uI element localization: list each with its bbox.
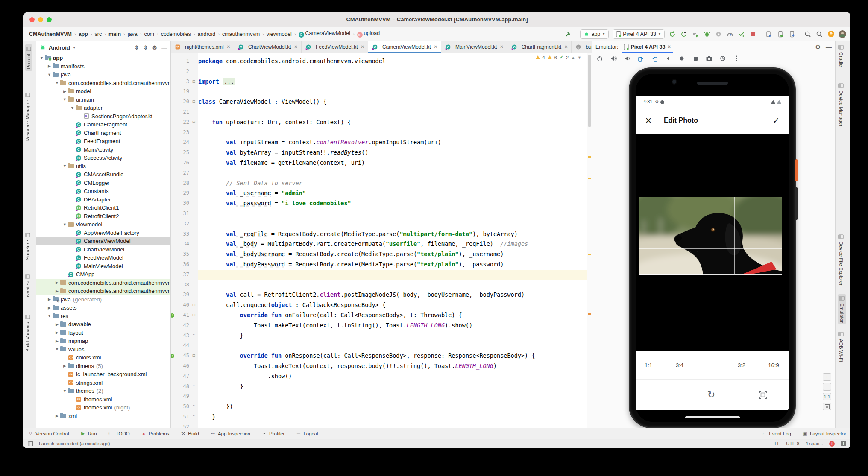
breadcrumb-item-android[interactable]: android [196,31,217,38]
tree-item-themes-xml[interactable]: <>themes.xml(night) [36,403,170,412]
collapse-all-icon[interactable]: ⇳ [143,44,148,51]
settings-gear-icon[interactable]: ⚙ [152,44,157,51]
tree-item-themes-xml[interactable]: <>themes.xml [36,395,170,404]
fit-to-window-button[interactable] [823,403,831,410]
chevron-collapsed-icon[interactable]: ▶ [54,330,60,335]
tree-item-successactivity[interactable]: CSuccessActivity [36,154,170,162]
close-tab-icon[interactable]: ✕ [294,44,298,49]
prev-problem-icon[interactable]: ▲ [571,55,575,60]
toolwindow-logcat[interactable]: ☰Logcat [296,431,318,436]
tree-item-cmapp[interactable]: CCMApp [36,270,170,279]
tree-item-chartfragment[interactable]: CChartFragment [36,129,170,137]
chevron-collapsed-icon[interactable]: ▶ [54,280,60,285]
profiler-icon[interactable] [726,30,734,38]
tree-item-sectionspageradapter-kt[interactable]: SectionsPagerAdapter.kt [36,112,170,121]
tree-item-assets[interactable]: ▶assets [36,304,170,312]
rotate-icon[interactable]: ↻ [707,389,715,400]
fold-collapse-icon[interactable]: ⊟ [191,117,196,128]
notifications-icon[interactable]: ! [829,441,835,447]
fold-end-icon[interactable]: ⌃ [191,382,196,392]
stripe-item-emulator[interactable]: Emulator [838,294,846,324]
editor-scrollbar[interactable] [587,53,592,428]
tree-item-strings-xml[interactable]: <>strings.xml [36,379,170,387]
coverage-icon[interactable] [738,30,745,38]
stop-icon[interactable] [749,30,757,38]
dog-photo[interactable] [639,197,782,275]
scrollbar-thumb[interactable] [588,55,591,127]
tree-item-com-codemobiles-android-cmauthenmvvm[interactable]: ▼com.codemobiles.android.cmauthenmvvm [36,79,170,88]
profile-icon[interactable] [715,30,722,38]
indent-indicator[interactable]: 4 spac... [805,441,823,446]
breadcrumb-item-upload[interactable]: mupload [356,30,381,38]
overview-icon[interactable] [692,55,699,62]
power-icon[interactable] [596,55,603,62]
chevron-collapsed-icon[interactable]: ▶ [54,414,60,418]
fold-collapse-icon[interactable]: ⊟ [191,97,196,107]
stripe-item-structure[interactable]: Structure [25,232,31,260]
warning-stripe-mark[interactable] [588,156,591,158]
tree-item-java[interactable]: ▶java(generated) [36,295,170,304]
tree-item-layout[interactable]: ▶layout [36,329,170,337]
run-configuration-select[interactable]: app▼ [580,29,609,39]
chevron-expanded-icon[interactable]: ▼ [62,389,67,393]
breadcrumb-item-viewmodel[interactable]: viewmodel [265,31,293,38]
toolwindow-profiler[interactable]: ◔Profiler [261,431,284,436]
toolwindow-todo[interactable]: ≔TODO [108,431,130,436]
update-icon[interactable] [827,30,835,38]
search-icon[interactable] [815,30,823,38]
phone-screen[interactable]: 4:31 ⚙ ✕ Edit Photo ✓ [636,74,789,422]
fold-collapse-icon[interactable]: ⊟ [191,300,196,310]
fold-collapse-icon[interactable]: ⊟ [191,310,196,321]
tab-night-themes-xml[interactable]: <>night/themes.xml✕ [171,41,234,53]
tree-item-constants[interactable]: CConstants [36,187,170,196]
expand-all-icon[interactable]: ⇕ [135,44,139,51]
tree-item-appviewmodelfactory[interactable]: CAppViewModelFactory [36,229,170,237]
breadcrumb-item-cmauthenmvvm[interactable]: CMAuthenMVVM [28,31,73,38]
tree-item-mainactivity[interactable]: CMainActivity [36,146,170,154]
tree-item-chartviewmodel[interactable]: CChartViewModel [36,245,170,254]
chevron-expanded-icon[interactable]: ▼ [54,347,60,351]
tree-item-cmlogger[interactable]: CCMLogger [36,179,170,187]
override-method-icon[interactable]: ↑ [171,351,175,361]
fold-end-icon[interactable]: ⌃ [191,331,196,341]
toolwindow-event-log[interactable]: ◌Event Log [761,431,791,436]
project-view-selector[interactable]: Android [49,44,70,51]
search-icon[interactable] [804,30,812,38]
toolwindow-app-inspection[interactable]: ☷App Inspection [210,431,250,436]
adb-wifi-icon[interactable] [788,30,796,38]
warning-stripe-mark[interactable] [588,254,591,255]
chevron-expanded-icon[interactable]: ▼ [39,56,44,60]
tree-item-ui-main[interactable]: ▼ui.main [36,96,170,104]
tree-item-utils[interactable]: ▼utils [36,162,170,171]
tree-item-com-codemobiles-android-cmauthenmvvm[interactable]: ▶com.codemobiles.android.cmauthenmvvm [36,279,170,287]
tree-item-model[interactable]: ▶model [36,87,170,96]
volume-up-icon[interactable] [610,55,617,62]
tab-chartviewmodel-kt[interactable]: CChartViewModel.kt✕ [234,41,302,53]
stripe-item-favorites[interactable]: Favorites [25,274,31,301]
rotate-right-icon[interactable] [651,55,658,62]
close-icon[interactable]: ✕ [645,116,652,126]
zoom-reset-button[interactable]: 1:1 [823,393,831,400]
chevron-collapsed-icon[interactable]: ▶ [47,297,52,301]
zoom-out-button[interactable]: − [823,383,831,391]
tree-item-com-codemobiles-android-cmauthenmvvm[interactable]: ▶com.codemobiles.android.cmauthenmvvm [36,287,170,295]
chevron-collapsed-icon[interactable]: ▶ [54,289,60,293]
chevron-collapsed-icon[interactable]: ▶ [54,339,60,343]
screenshot-icon[interactable] [706,55,713,62]
override-method-icon[interactable]: ↑ [171,310,175,321]
stripe-item-resource-manager[interactable]: Resource Manager [25,92,31,142]
chevron-collapsed-icon[interactable]: ▶ [47,306,52,310]
hide-panel-icon[interactable]: — [161,44,167,51]
run-icon[interactable] [692,30,699,38]
breadcrumb-item-cameraviewmodel[interactable]: CCameraViewModel [297,30,352,38]
stripe-item-project[interactable]: Project [25,44,32,71]
apply-code-changes-icon[interactable] [680,30,688,38]
tree-item-ic-launcher-background-xml[interactable]: <>ic_launcher_background.xml [36,370,170,379]
tab-feedviewmodel-kt[interactable]: CFeedViewModel.kt✕ [302,41,368,53]
next-problem-icon[interactable]: ▼ [578,55,581,60]
tree-item-adapter[interactable]: ▼adapter [36,104,170,112]
aspect-ratio-16-9[interactable]: 16:9 [768,351,779,380]
close-tab-icon[interactable]: ✕ [500,44,503,49]
chevron-collapsed-icon[interactable]: ▶ [62,89,67,93]
close-icon[interactable]: ✕ [667,44,671,49]
